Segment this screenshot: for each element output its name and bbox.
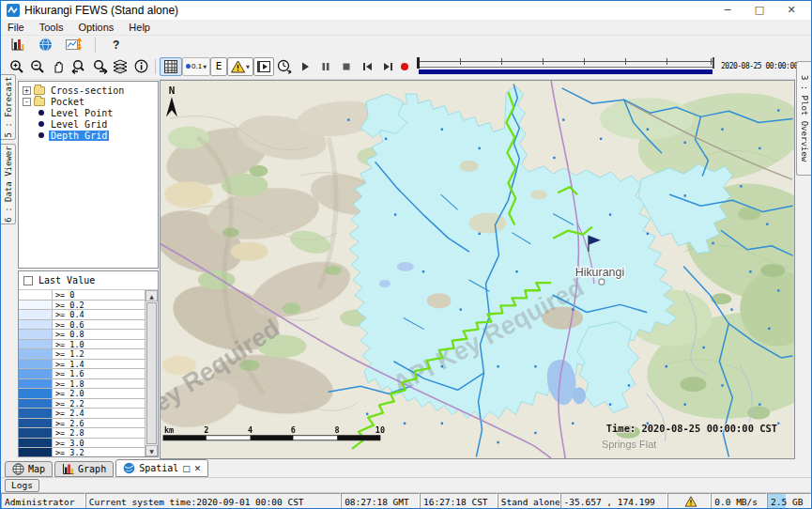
legend-row[interactable]: >= 2.8 [19, 428, 145, 439]
legend-row[interactable]: >= 1.2 [19, 349, 145, 360]
tab-graph[interactable]: Graph [54, 461, 114, 477]
tree-item-depth-grid[interactable]: Depth Grid [19, 130, 158, 141]
legend-label: >= 1.2 [53, 349, 145, 359]
legend-row[interactable]: >= 0.2 [19, 301, 145, 311]
logs-row: Logs [1, 477, 811, 492]
zoom-previous-icon [71, 59, 87, 74]
tab-map[interactable]: Map [5, 461, 53, 477]
slider-track [419, 61, 712, 62]
time-settings-button[interactable] [274, 57, 295, 76]
legend-row[interactable]: >= 1.8 [19, 379, 145, 390]
database-chart-button[interactable] [7, 36, 27, 54]
timer-icon [277, 59, 292, 74]
step-back-button[interactable] [357, 57, 377, 76]
menu-tools[interactable]: Tools [39, 22, 64, 33]
tree-item-level-point[interactable]: Level Point [19, 107, 158, 118]
legend-label: >= 1.0 [53, 340, 145, 349]
help-button[interactable]: ? [113, 39, 119, 52]
zoom-out-button[interactable] [27, 57, 48, 76]
zoom-next-button[interactable] [89, 57, 110, 76]
tab-forecast[interactable]: 5 : Forecast [1, 74, 16, 140]
legend-swatch [19, 340, 53, 349]
status-gmt-time: 08:27:18 GMT [341, 493, 420, 509]
folder-icon [34, 86, 45, 95]
pan-button[interactable] [48, 57, 69, 76]
menu-options[interactable]: Options [78, 22, 114, 33]
thresholds-dropdown[interactable]: ▼ [227, 57, 253, 76]
info-button[interactable] [130, 57, 151, 76]
legend-label: >= 3.2 [53, 448, 145, 456]
tree-item-pocket[interactable]: - Pocket [19, 96, 158, 107]
legend-row[interactable]: >= 2.0 [19, 389, 145, 399]
tab-spatial[interactable]: Spatial □ ✕ [115, 459, 208, 477]
app-logo-icon [7, 4, 20, 17]
time-slider[interactable] [417, 57, 714, 76]
maximize-button[interactable]: □ [743, 2, 775, 19]
warning-icon [231, 60, 245, 73]
legend-label: >= 2.0 [53, 389, 145, 398]
town-marker [599, 279, 605, 285]
status-throughput: 0.0 MB/s [711, 493, 767, 509]
tree-item-cross-section[interactable]: + Cross-section [19, 85, 158, 96]
last-value-checkbox[interactable] [23, 276, 33, 285]
precision-dropdown[interactable]: 0.1▼ [182, 57, 210, 76]
legend-label: >= 1.8 [53, 379, 145, 389]
slider-tick [501, 58, 502, 65]
stop-button[interactable] [336, 57, 357, 76]
legend-scrollbar[interactable]: ▲ ▼ [145, 290, 158, 456]
menu-file[interactable]: File [8, 22, 24, 33]
map-display-button[interactable] [35, 36, 55, 54]
slider-handle[interactable] [417, 57, 420, 69]
zoom-previous-button[interactable] [69, 57, 89, 76]
legend-row[interactable]: >= 3.0 [19, 439, 145, 449]
scroll-down-icon[interactable]: ▼ [146, 445, 158, 456]
legend-toggle-button[interactable]: E [210, 57, 227, 76]
scrollbar-thumb[interactable] [146, 302, 157, 444]
legend-row[interactable]: >= 1.4 [19, 360, 145, 370]
layers-button[interactable] [110, 57, 130, 76]
timeseries-button[interactable] [63, 36, 84, 54]
zoom-in-button[interactable] [7, 57, 27, 76]
grid-display-button[interactable] [160, 57, 182, 76]
tab-forecast-label: 5 : Forecast [4, 76, 13, 137]
legend-row[interactable]: >= 0.8 [19, 330, 145, 340]
tree-item-label: Cross-section [49, 85, 126, 96]
logs-button[interactable]: Logs [5, 479, 39, 492]
legend-row[interactable]: >= 2.6 [19, 419, 145, 429]
precision-value: 0.1 [192, 62, 202, 70]
main-toolbar: ? [1, 36, 811, 54]
legend-swatch [19, 320, 53, 330]
expander-icon[interactable]: - [23, 98, 31, 106]
step-forward-button[interactable] [377, 57, 398, 76]
tab-close-icon[interactable]: ✕ [194, 464, 202, 473]
legend-row[interactable]: >= 3.2 [19, 448, 145, 456]
record-button[interactable] [398, 57, 411, 76]
pause-button[interactable] [315, 57, 336, 76]
legend-row[interactable]: >= 0.6 [19, 320, 145, 331]
play-button[interactable] [295, 57, 315, 76]
slider-tick [543, 58, 544, 65]
tree-item-level-grid[interactable]: Level Grid [19, 118, 158, 130]
legend-row[interactable]: >= 1.6 [19, 369, 145, 379]
scroll-up-icon[interactable]: ▲ [146, 290, 158, 301]
legend-row[interactable]: >= 2.4 [19, 409, 145, 419]
map-canvas[interactable]: ey Required [161, 81, 794, 458]
legend-row[interactable]: >= 0.4 [19, 310, 145, 320]
legend-row[interactable]: >= 1.0 [19, 340, 145, 350]
zoom-out-icon [30, 59, 45, 74]
close-button[interactable]: ✕ [775, 2, 807, 19]
minimize-button[interactable]: ─ [712, 2, 743, 19]
animation-button[interactable] [253, 57, 274, 76]
tab-data-viewer[interactable]: 6 : Data Viewer [1, 144, 16, 224]
tab-data-viewer-label: 6 : Data Viewer [4, 146, 13, 222]
tab-maximize-icon[interactable]: □ [182, 464, 191, 473]
chevron-down-icon: ▼ [246, 64, 250, 69]
svg-text:N: N [169, 85, 176, 97]
pause-icon [320, 61, 331, 72]
menu-help[interactable]: Help [129, 22, 150, 33]
expander-icon[interactable]: + [23, 86, 31, 95]
legend-row[interactable]: >= 0 [19, 290, 145, 301]
tab-plot-overview[interactable]: 3 : Plot Overview [796, 61, 811, 176]
legend-row[interactable]: >= 2.2 [19, 399, 145, 409]
svg-text:6: 6 [291, 425, 296, 435]
